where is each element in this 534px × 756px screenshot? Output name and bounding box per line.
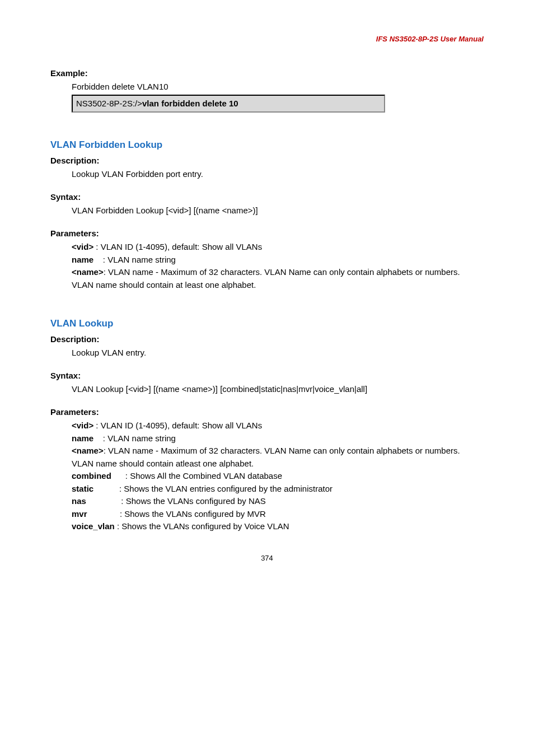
param-key: <name> bbox=[72, 446, 104, 455]
param-vid-1: <vid> : VLAN ID (1-4095), default: Show … bbox=[72, 241, 484, 254]
param-val: : VLAN name - Maximum of 32 characters. … bbox=[104, 446, 460, 455]
section-title-vlan-lookup: VLAN Lookup bbox=[50, 316, 484, 331]
code-box: NS3502-8P-2S:/>vlan forbidden delete 10 bbox=[72, 95, 385, 113]
param-key: voice_vlan bbox=[72, 521, 115, 531]
param-val: : VLAN name - Maximum of 32 characters. … bbox=[104, 267, 460, 277]
param-val: : Shows the VLANs configured by Voice VL… bbox=[115, 521, 289, 531]
param-key: <vid> bbox=[72, 421, 93, 430]
param-val: : VLAN ID (1-4095), default: Show all VL… bbox=[93, 421, 262, 430]
code-prefix: NS3502-8P-2S:/> bbox=[76, 99, 142, 108]
param-prefix: <name> bbox=[72, 267, 104, 277]
param-note-1: VLAN name should contain at least one al… bbox=[72, 279, 484, 292]
syntax-label-1: Syntax: bbox=[50, 191, 484, 204]
param-val: : VLAN ID (1-4095), default: Show all VL… bbox=[93, 242, 262, 251]
param-name-line-2: <name>: VLAN name - Maximum of 32 charac… bbox=[50, 445, 484, 458]
description-text-1: Lookup VLAN Forbidden port entry. bbox=[72, 168, 484, 181]
param-val: : Shows the VLANs configured by NAS bbox=[86, 496, 266, 506]
param-key: <vid> bbox=[72, 242, 93, 251]
param-key: <name> bbox=[72, 267, 104, 277]
section-title-vlan-forbidden-lookup: VLAN Forbidden Lookup bbox=[50, 138, 484, 152]
param-key: name bbox=[72, 433, 93, 443]
syntax-text-1: VLAN Forbidden Lookup [<vid>] [(name <na… bbox=[72, 204, 484, 217]
parameters-label-1: Parameters: bbox=[50, 227, 484, 240]
syntax-text-2: VLAN Lookup [<vid>] [(name <name>)] [com… bbox=[72, 383, 484, 396]
param-mvr: mvr : Shows the VLANs configured by MVR bbox=[72, 508, 484, 521]
syntax-label-2: Syntax: bbox=[50, 370, 484, 382]
param-name-1: name : VLAN name string bbox=[72, 254, 484, 267]
param-combined: combined : Shows All the Combined VLAN d… bbox=[72, 470, 484, 483]
param-key: combined bbox=[72, 471, 111, 480]
param-vid-2: <vid> : VLAN ID (1-4095), default: Show … bbox=[72, 419, 484, 432]
param-voice-vlan: voice_vlan : Shows the VLANs configured … bbox=[72, 520, 484, 533]
page-number: 374 bbox=[50, 553, 484, 564]
param-note-2: VLAN name should contain atleast one alp… bbox=[72, 458, 484, 470]
param-static: static : Shows the VLAN entries configur… bbox=[72, 483, 484, 496]
param-key: static bbox=[72, 484, 93, 493]
param-val: : Shows the VLAN entries configured by t… bbox=[93, 484, 332, 493]
param-val: : VLAN name string bbox=[93, 433, 176, 443]
param-key: name bbox=[72, 255, 93, 264]
param-name-2: name : VLAN name string bbox=[72, 432, 484, 445]
param-key: mvr bbox=[72, 509, 87, 519]
param-prefix: <name> bbox=[72, 446, 104, 455]
code-command: vlan forbidden delete 10 bbox=[142, 99, 238, 108]
example-text: Forbidden delete VLAN10 bbox=[72, 81, 484, 94]
description-text-2: Lookup VLAN entry. bbox=[72, 347, 484, 360]
param-val: : VLAN name string bbox=[93, 255, 176, 264]
param-val: : Shows All the Combined VLAN database bbox=[111, 471, 282, 480]
description-label-1: Description: bbox=[50, 155, 484, 167]
example-label: Example: bbox=[50, 67, 484, 80]
param-val: : Shows the VLANs configured by MVR bbox=[87, 509, 266, 519]
param-key: nas bbox=[72, 496, 86, 506]
param-nas: nas : Shows the VLANs configured by NAS bbox=[72, 495, 484, 508]
description-label-2: Description: bbox=[50, 333, 484, 346]
header-right: IFS NS3502-8P-2S User Manual bbox=[50, 34, 484, 45]
param-name-line-1: <name>: VLAN name - Maximum of 32 charac… bbox=[50, 266, 484, 279]
parameters-label-2: Parameters: bbox=[50, 406, 484, 419]
